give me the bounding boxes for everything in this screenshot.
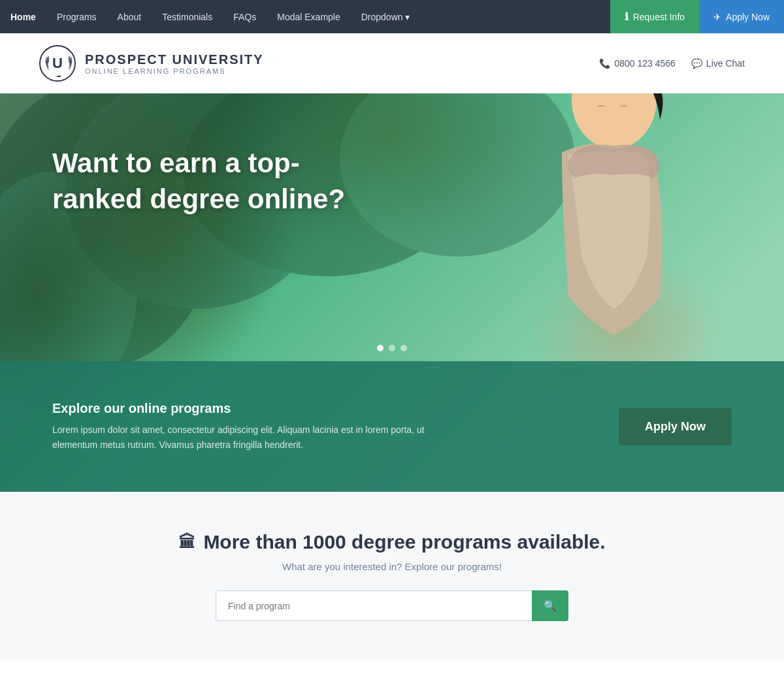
hero-section: Want to earn a top-ranked degree online?… (0, 93, 784, 492)
nav-modal-example[interactable]: Modal Example (267, 0, 351, 33)
hero-bottom-text: Explore our online programs Lorem ipsum … (52, 401, 444, 452)
nav-links: Home Programs About Testimonials FAQs Mo… (0, 0, 610, 33)
site-header: U PROSPECT UNIVERSITY ONLINE LEARNING PR… (0, 33, 784, 93)
search-icon: 🔍 (544, 600, 557, 611)
info-icon: ℹ (625, 10, 629, 23)
send-icon: ✈ (713, 12, 721, 22)
hero-person (483, 93, 732, 361)
hero-section-body: Lorem ipsum dolor sit amet, consectetur … (52, 423, 444, 452)
chat-icon: 💬 (691, 58, 702, 69)
hero-headline: Want to earn a top-ranked degree online? (52, 146, 379, 217)
hero-section-title: Explore our online programs (52, 401, 444, 416)
svg-point-5 (572, 93, 657, 149)
hero-headline-area: Want to earn a top-ranked degree online? (52, 146, 379, 217)
carousel-dot-1[interactable] (377, 345, 384, 351)
carousel-dot-2[interactable] (389, 345, 395, 351)
request-info-button[interactable]: ℹ Request Info (610, 0, 699, 33)
carousel-dot-3[interactable] (400, 345, 407, 351)
logo-letter: U (52, 55, 63, 72)
hero-bottom-bar: Explore our online programs Lorem ipsum … (0, 361, 784, 492)
logo-area: U PROSPECT UNIVERSITY ONLINE LEARNING PR… (39, 45, 264, 82)
header-contact: 📞 0800 123 4566 💬 Live Chat (599, 58, 745, 69)
programs-subheading: What are you interested in? Explore our … (52, 561, 732, 572)
nav-about[interactable]: About (107, 0, 152, 33)
carousel-dots (377, 345, 407, 351)
nav-dropdown[interactable]: Dropdown ▾ (351, 0, 421, 33)
logo-text: PROSPECT UNIVERSITY ONLINE LEARNING PROG… (85, 52, 264, 75)
nav-faqs[interactable]: FAQs (223, 0, 267, 33)
phone-contact: 📞 0800 123 4566 (599, 58, 675, 69)
programs-section: 🏛 More than 1000 degree programs availab… (0, 492, 784, 660)
university-tagline: ONLINE LEARNING PROGRAMS (85, 67, 264, 75)
program-search-input[interactable] (216, 590, 532, 621)
bank-icon: 🏛 (178, 532, 195, 553)
apply-now-hero-button[interactable]: Apply Now (619, 408, 732, 445)
phone-icon: 📞 (599, 58, 610, 69)
university-name: PROSPECT UNIVERSITY (85, 52, 264, 67)
search-bar: 🔍 (216, 590, 568, 621)
programs-heading: 🏛 More than 1000 degree programs availab… (52, 531, 732, 553)
nav-testimonials[interactable]: Testimonials (152, 0, 223, 33)
program-search-button[interactable]: 🔍 (532, 590, 568, 621)
nav-programs[interactable]: Programs (46, 0, 107, 33)
person-svg (483, 93, 732, 361)
logo-icon: U (39, 45, 76, 82)
navbar: Home Programs About Testimonials FAQs Mo… (0, 0, 784, 33)
apply-now-nav-button[interactable]: ✈ Apply Now (699, 0, 784, 33)
live-chat-link[interactable]: 💬 Live Chat (691, 58, 745, 69)
nav-home[interactable]: Home (0, 0, 46, 33)
nav-cta: ℹ Request Info ✈ Apply Now (610, 0, 784, 33)
